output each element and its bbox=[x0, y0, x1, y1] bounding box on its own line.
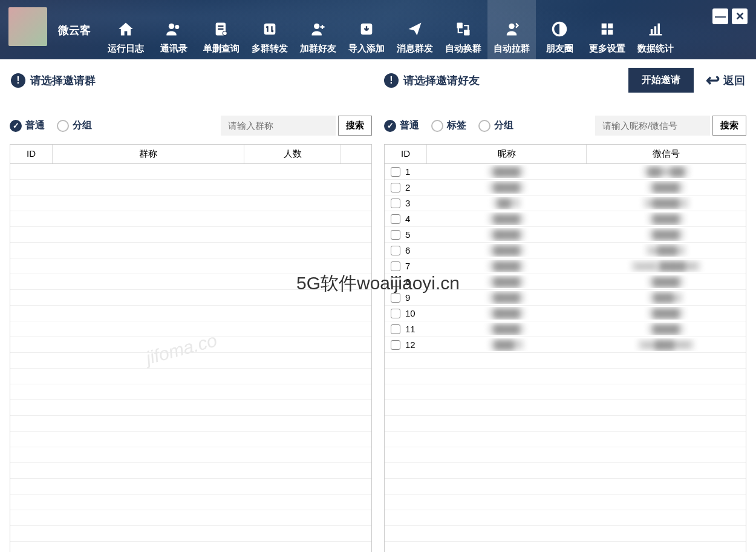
table-row[interactable] bbox=[385, 384, 746, 400]
col-nickname[interactable]: 昵称 bbox=[427, 145, 587, 163]
friend-search-input[interactable] bbox=[595, 116, 710, 136]
swap-icon bbox=[455, 20, 472, 38]
table-row[interactable] bbox=[10, 211, 371, 227]
table-row[interactable] bbox=[10, 432, 371, 447]
table-row[interactable] bbox=[10, 337, 371, 353]
toolbar-item-8[interactable]: 自动拉群 bbox=[487, 0, 536, 59]
table-row[interactable] bbox=[10, 164, 371, 180]
table-row[interactable] bbox=[385, 400, 746, 416]
toolbar-item-1[interactable]: 通讯录 bbox=[150, 0, 197, 59]
table-row[interactable] bbox=[385, 526, 746, 542]
checkbox[interactable] bbox=[391, 167, 400, 177]
checkbox[interactable] bbox=[391, 214, 400, 224]
col-wechat-id[interactable]: 微信号 bbox=[587, 145, 746, 163]
checkbox[interactable] bbox=[391, 277, 400, 287]
table-row[interactable] bbox=[10, 227, 371, 243]
toolbar-item-7[interactable]: 自动换群 bbox=[439, 0, 487, 59]
table-row[interactable]: 6 ████ w███s bbox=[385, 243, 746, 258]
filter-标签[interactable]: 标签 bbox=[431, 119, 466, 132]
svg-rect-19 bbox=[658, 24, 660, 35]
table-row[interactable] bbox=[385, 416, 746, 432]
back-arrow-icon: ↩ bbox=[706, 70, 720, 90]
friend-search-button[interactable]: 搜索 bbox=[712, 116, 746, 136]
toolbar-item-9[interactable]: 朋友圈 bbox=[536, 0, 583, 59]
table-row[interactable]: 10 ████ ████ bbox=[385, 306, 746, 321]
start-invite-button[interactable]: 开始邀请 bbox=[628, 68, 694, 93]
table-row[interactable] bbox=[10, 321, 371, 337]
table-row[interactable] bbox=[385, 432, 746, 447]
table-row[interactable] bbox=[385, 494, 746, 510]
checkbox[interactable] bbox=[391, 199, 400, 208]
table-row[interactable] bbox=[385, 463, 746, 479]
table-row[interactable]: 9 ████ ███a bbox=[385, 290, 746, 306]
table-row[interactable] bbox=[10, 274, 371, 290]
table-row[interactable] bbox=[10, 369, 371, 384]
table-row[interactable]: 5 ████ ████ bbox=[385, 227, 746, 243]
table-row[interactable] bbox=[10, 384, 371, 400]
toolbar-item-5[interactable]: 导入添加 bbox=[342, 0, 391, 59]
nickname-blurred: ████ bbox=[489, 182, 524, 192]
col-group-name[interactable]: 群称 bbox=[53, 145, 244, 163]
table-row[interactable]: 11 ████ ████ bbox=[385, 321, 746, 337]
table-row[interactable] bbox=[10, 447, 371, 463]
svg-rect-17 bbox=[651, 29, 653, 34]
col-id[interactable]: ID bbox=[385, 145, 427, 163]
table-row[interactable] bbox=[10, 180, 371, 196]
checkbox[interactable] bbox=[391, 246, 400, 255]
checkbox[interactable] bbox=[391, 293, 400, 303]
table-row[interactable] bbox=[10, 479, 371, 494]
close-button[interactable]: ✕ bbox=[732, 8, 748, 24]
checkbox[interactable] bbox=[391, 309, 400, 318]
minimize-button[interactable]: — bbox=[712, 8, 728, 24]
col-id[interactable]: ID bbox=[10, 145, 53, 163]
back-button[interactable]: ↩ 返回 bbox=[706, 70, 745, 90]
table-row[interactable]: 7 ████ wxid_████38 bbox=[385, 258, 746, 274]
toolbar-item-0[interactable]: 运行日志 bbox=[102, 0, 150, 59]
table-row[interactable] bbox=[10, 196, 371, 211]
toolbar-label: 加群好友 bbox=[300, 43, 336, 54]
table-row[interactable] bbox=[10, 510, 371, 526]
table-row[interactable] bbox=[385, 353, 746, 369]
filter-分组[interactable]: 分组 bbox=[57, 119, 92, 132]
table-row[interactable] bbox=[10, 258, 371, 274]
checkbox[interactable] bbox=[391, 230, 400, 240]
avatar[interactable] bbox=[8, 7, 47, 46]
col-count[interactable]: 人数 bbox=[244, 145, 341, 163]
table-row[interactable]: 2 ████ ████ bbox=[385, 180, 746, 196]
checkbox[interactable] bbox=[391, 340, 400, 350]
table-row[interactable] bbox=[385, 369, 746, 384]
toolbar-item-6[interactable]: 消息群发 bbox=[391, 0, 439, 59]
group-search-input[interactable] bbox=[221, 116, 336, 136]
table-row[interactable] bbox=[10, 526, 371, 542]
table-row[interactable] bbox=[10, 400, 371, 416]
table-row[interactable]: 8 ████ ████ bbox=[385, 274, 746, 290]
col-extra[interactable] bbox=[341, 145, 371, 163]
table-row[interactable] bbox=[10, 290, 371, 306]
table-row[interactable] bbox=[10, 416, 371, 432]
table-row[interactable] bbox=[10, 494, 371, 510]
checkbox[interactable] bbox=[391, 183, 400, 192]
table-row[interactable] bbox=[10, 243, 371, 258]
table-row[interactable] bbox=[385, 479, 746, 494]
toolbar-item-11[interactable]: 数据统计 bbox=[631, 0, 680, 59]
svg-rect-13 bbox=[602, 24, 607, 28]
toolbar-item-3[interactable]: 多群转发 bbox=[246, 0, 294, 59]
filter-分组[interactable]: 分组 bbox=[478, 119, 513, 132]
table-row[interactable] bbox=[10, 353, 371, 369]
table-row[interactable] bbox=[10, 306, 371, 321]
toolbar-item-2[interactable]: 单删查询 bbox=[197, 0, 246, 59]
table-row[interactable] bbox=[385, 447, 746, 463]
table-row[interactable] bbox=[385, 510, 746, 526]
filter-普通[interactable]: 普通 bbox=[10, 119, 45, 132]
table-row[interactable] bbox=[10, 463, 371, 479]
toolbar-item-10[interactable]: 更多设置 bbox=[583, 0, 631, 59]
filter-普通[interactable]: 普通 bbox=[384, 119, 419, 132]
checkbox[interactable] bbox=[391, 261, 400, 271]
toolbar-item-4[interactable]: 加群好友 bbox=[294, 0, 342, 59]
table-row[interactable]: 1 ████ ██66██ bbox=[385, 164, 746, 180]
table-row[interactable]: 12 ███? xin███999 bbox=[385, 337, 746, 353]
checkbox[interactable] bbox=[391, 324, 400, 334]
table-row[interactable]: 3 ██? d████1 bbox=[385, 196, 746, 211]
group-search-button[interactable]: 搜索 bbox=[338, 116, 372, 136]
table-row[interactable]: 4 ████ ████ bbox=[385, 211, 746, 227]
